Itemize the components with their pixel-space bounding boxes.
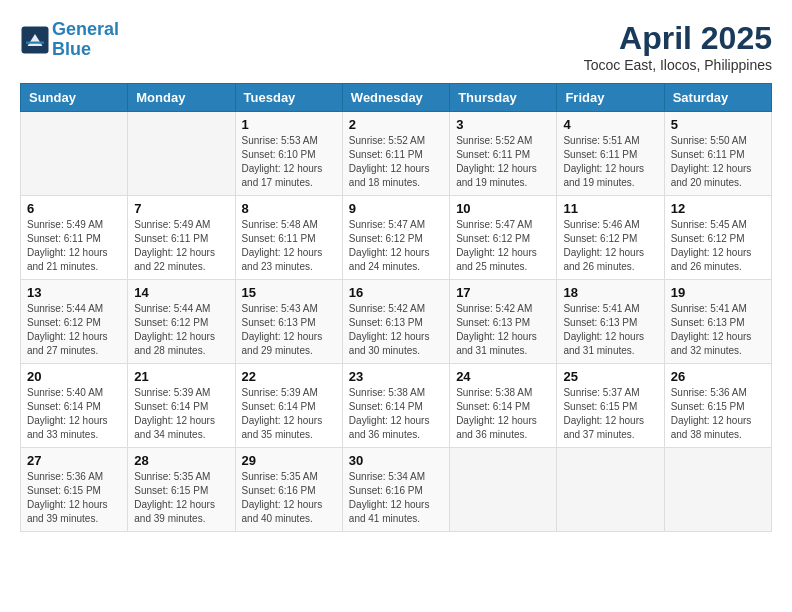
calendar-cell: 11Sunrise: 5:46 AM Sunset: 6:12 PM Dayli… [557,196,664,280]
day-number: 24 [456,369,550,384]
calendar-table: SundayMondayTuesdayWednesdayThursdayFrid… [20,83,772,532]
day-number: 28 [134,453,228,468]
calendar-cell: 3Sunrise: 5:52 AM Sunset: 6:11 PM Daylig… [450,112,557,196]
day-number: 7 [134,201,228,216]
calendar-cell: 9Sunrise: 5:47 AM Sunset: 6:12 PM Daylig… [342,196,449,280]
calendar-cell [128,112,235,196]
day-number: 18 [563,285,657,300]
calendar-cell: 7Sunrise: 5:49 AM Sunset: 6:11 PM Daylig… [128,196,235,280]
day-number: 27 [27,453,121,468]
day-number: 29 [242,453,336,468]
day-info: Sunrise: 5:44 AM Sunset: 6:12 PM Dayligh… [134,302,228,358]
day-number: 12 [671,201,765,216]
calendar-cell: 23Sunrise: 5:38 AM Sunset: 6:14 PM Dayli… [342,364,449,448]
calendar-cell: 30Sunrise: 5:34 AM Sunset: 6:16 PM Dayli… [342,448,449,532]
day-number: 3 [456,117,550,132]
calendar-cell: 12Sunrise: 5:45 AM Sunset: 6:12 PM Dayli… [664,196,771,280]
logo-icon [20,25,50,55]
day-info: Sunrise: 5:38 AM Sunset: 6:14 PM Dayligh… [456,386,550,442]
day-info: Sunrise: 5:52 AM Sunset: 6:11 PM Dayligh… [349,134,443,190]
main-title: April 2025 [584,20,772,57]
calendar-week-4: 20Sunrise: 5:40 AM Sunset: 6:14 PM Dayli… [21,364,772,448]
subtitle: Tococ East, Ilocos, Philippines [584,57,772,73]
calendar-cell: 18Sunrise: 5:41 AM Sunset: 6:13 PM Dayli… [557,280,664,364]
day-number: 1 [242,117,336,132]
day-number: 19 [671,285,765,300]
calendar-cell: 14Sunrise: 5:44 AM Sunset: 6:12 PM Dayli… [128,280,235,364]
day-info: Sunrise: 5:38 AM Sunset: 6:14 PM Dayligh… [349,386,443,442]
calendar-cell: 29Sunrise: 5:35 AM Sunset: 6:16 PM Dayli… [235,448,342,532]
calendar-cell: 13Sunrise: 5:44 AM Sunset: 6:12 PM Dayli… [21,280,128,364]
day-info: Sunrise: 5:36 AM Sunset: 6:15 PM Dayligh… [27,470,121,526]
calendar-cell [664,448,771,532]
weekday-header-thursday: Thursday [450,84,557,112]
day-info: Sunrise: 5:49 AM Sunset: 6:11 PM Dayligh… [134,218,228,274]
day-number: 10 [456,201,550,216]
day-number: 15 [242,285,336,300]
day-info: Sunrise: 5:42 AM Sunset: 6:13 PM Dayligh… [349,302,443,358]
weekday-header-friday: Friday [557,84,664,112]
day-number: 8 [242,201,336,216]
day-info: Sunrise: 5:52 AM Sunset: 6:11 PM Dayligh… [456,134,550,190]
calendar-cell: 22Sunrise: 5:39 AM Sunset: 6:14 PM Dayli… [235,364,342,448]
day-info: Sunrise: 5:49 AM Sunset: 6:11 PM Dayligh… [27,218,121,274]
day-number: 13 [27,285,121,300]
day-number: 25 [563,369,657,384]
day-info: Sunrise: 5:46 AM Sunset: 6:12 PM Dayligh… [563,218,657,274]
calendar-week-5: 27Sunrise: 5:36 AM Sunset: 6:15 PM Dayli… [21,448,772,532]
day-info: Sunrise: 5:42 AM Sunset: 6:13 PM Dayligh… [456,302,550,358]
day-number: 11 [563,201,657,216]
calendar-cell: 16Sunrise: 5:42 AM Sunset: 6:13 PM Dayli… [342,280,449,364]
day-number: 6 [27,201,121,216]
day-info: Sunrise: 5:44 AM Sunset: 6:12 PM Dayligh… [27,302,121,358]
day-info: Sunrise: 5:39 AM Sunset: 6:14 PM Dayligh… [242,386,336,442]
day-info: Sunrise: 5:40 AM Sunset: 6:14 PM Dayligh… [27,386,121,442]
day-number: 5 [671,117,765,132]
calendar-cell: 15Sunrise: 5:43 AM Sunset: 6:13 PM Dayli… [235,280,342,364]
calendar-week-2: 6Sunrise: 5:49 AM Sunset: 6:11 PM Daylig… [21,196,772,280]
day-info: Sunrise: 5:39 AM Sunset: 6:14 PM Dayligh… [134,386,228,442]
calendar-cell: 24Sunrise: 5:38 AM Sunset: 6:14 PM Dayli… [450,364,557,448]
day-info: Sunrise: 5:35 AM Sunset: 6:16 PM Dayligh… [242,470,336,526]
day-number: 14 [134,285,228,300]
day-number: 26 [671,369,765,384]
calendar-cell: 10Sunrise: 5:47 AM Sunset: 6:12 PM Dayli… [450,196,557,280]
calendar-cell: 2Sunrise: 5:52 AM Sunset: 6:11 PM Daylig… [342,112,449,196]
logo: General Blue [20,20,119,60]
day-info: Sunrise: 5:53 AM Sunset: 6:10 PM Dayligh… [242,134,336,190]
calendar-cell: 19Sunrise: 5:41 AM Sunset: 6:13 PM Dayli… [664,280,771,364]
calendar-cell: 26Sunrise: 5:36 AM Sunset: 6:15 PM Dayli… [664,364,771,448]
day-info: Sunrise: 5:43 AM Sunset: 6:13 PM Dayligh… [242,302,336,358]
day-info: Sunrise: 5:47 AM Sunset: 6:12 PM Dayligh… [456,218,550,274]
day-info: Sunrise: 5:41 AM Sunset: 6:13 PM Dayligh… [671,302,765,358]
calendar-cell: 25Sunrise: 5:37 AM Sunset: 6:15 PM Dayli… [557,364,664,448]
weekday-header-wednesday: Wednesday [342,84,449,112]
weekday-header-monday: Monday [128,84,235,112]
day-number: 9 [349,201,443,216]
weekday-header-sunday: Sunday [21,84,128,112]
calendar-cell: 28Sunrise: 5:35 AM Sunset: 6:15 PM Dayli… [128,448,235,532]
calendar-cell: 27Sunrise: 5:36 AM Sunset: 6:15 PM Dayli… [21,448,128,532]
day-info: Sunrise: 5:47 AM Sunset: 6:12 PM Dayligh… [349,218,443,274]
calendar-cell: 4Sunrise: 5:51 AM Sunset: 6:11 PM Daylig… [557,112,664,196]
day-number: 2 [349,117,443,132]
day-info: Sunrise: 5:51 AM Sunset: 6:11 PM Dayligh… [563,134,657,190]
calendar-week-1: 1Sunrise: 5:53 AM Sunset: 6:10 PM Daylig… [21,112,772,196]
calendar-cell: 8Sunrise: 5:48 AM Sunset: 6:11 PM Daylig… [235,196,342,280]
calendar-cell: 1Sunrise: 5:53 AM Sunset: 6:10 PM Daylig… [235,112,342,196]
calendar-cell: 17Sunrise: 5:42 AM Sunset: 6:13 PM Dayli… [450,280,557,364]
svg-rect-2 [26,41,44,43]
day-number: 17 [456,285,550,300]
day-info: Sunrise: 5:36 AM Sunset: 6:15 PM Dayligh… [671,386,765,442]
day-number: 21 [134,369,228,384]
day-number: 23 [349,369,443,384]
day-info: Sunrise: 5:41 AM Sunset: 6:13 PM Dayligh… [563,302,657,358]
day-info: Sunrise: 5:48 AM Sunset: 6:11 PM Dayligh… [242,218,336,274]
calendar-cell: 21Sunrise: 5:39 AM Sunset: 6:14 PM Dayli… [128,364,235,448]
weekday-header-row: SundayMondayTuesdayWednesdayThursdayFrid… [21,84,772,112]
day-info: Sunrise: 5:50 AM Sunset: 6:11 PM Dayligh… [671,134,765,190]
calendar-cell: 6Sunrise: 5:49 AM Sunset: 6:11 PM Daylig… [21,196,128,280]
calendar-cell [557,448,664,532]
day-number: 22 [242,369,336,384]
day-info: Sunrise: 5:45 AM Sunset: 6:12 PM Dayligh… [671,218,765,274]
